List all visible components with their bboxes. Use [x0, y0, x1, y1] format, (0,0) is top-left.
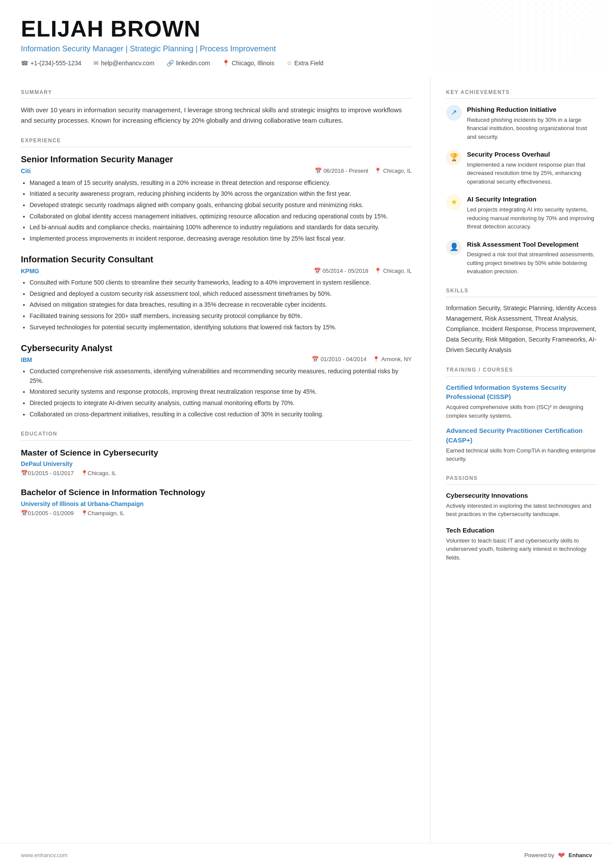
header-section: ELIJAH BROWN Information Security Manage… [0, 0, 613, 77]
contact-item: ☆Extra Field [287, 59, 323, 67]
passion-title: Cybersecurity Innovations [446, 491, 597, 500]
job-bullet: Monitored security systems and response … [30, 387, 412, 397]
job-bullets: Consulted with Fortune 500 clients to st… [21, 278, 412, 332]
job-company: KPMG [21, 267, 39, 275]
education-item: Master of Science in Cybersecurity DePau… [21, 447, 412, 478]
training-container: Certified Information Systems Security P… [446, 383, 597, 463]
contact-icon: 📍 [222, 59, 230, 67]
achievement-content: Risk Assessment Tool Development Designe… [467, 240, 597, 276]
job-dates: 📅06/2018 - Present [315, 167, 368, 175]
edu-location: 📍Champaign, IL [81, 509, 125, 518]
skills-text: Information Security, Strategic Planning… [446, 303, 597, 355]
passions-label: PASSIONS [446, 475, 597, 485]
contact-item: ☎+1-(234)-555-1234 [21, 59, 81, 67]
job-dates-loc: 📅05/2014 - 05/2018 📍Chicago, IL [314, 267, 412, 275]
education-section: EDUCATION Master of Science in Cybersecu… [21, 430, 412, 518]
job-bullet: Consulted with Fortune 500 clients to st… [30, 278, 412, 288]
job-bullet: Initiated a security awareness program, … [30, 189, 412, 199]
achievement-desc: Led projects integrating AI into securit… [467, 205, 597, 231]
job-company: Citi [21, 167, 31, 175]
skills-label: SKILLS [446, 287, 597, 297]
job-item: Cybersecurity Analyst IBM 📅01/2010 - 04/… [21, 342, 412, 419]
education-item: Bachelor of Science in Information Techn… [21, 486, 412, 518]
achievements-container: ↗ Phishing Reduction Initiative Reduced … [446, 105, 597, 276]
job-dates: 📅01/2010 - 04/2014 [312, 355, 366, 364]
achievements-section: KEY ACHIEVEMENTS ↗ Phishing Reduction In… [446, 89, 597, 276]
achievements-label: KEY ACHIEVEMENTS [446, 89, 597, 99]
achievement-icon: ↗ [446, 105, 462, 121]
jobs-container: Senior Information Security Manager Citi… [21, 153, 412, 419]
achievement-item: 🏆 Security Process Overhaul Implemented … [446, 150, 597, 186]
achievement-desc: Implemented a new incident response plan… [467, 161, 597, 186]
passions-container: Cybersecurity Innovations Actively inter… [446, 491, 597, 562]
candidate-name: ELIJAH BROWN [21, 17, 592, 41]
training-label: TRAINING / COURSES [446, 366, 597, 376]
education-label: EDUCATION [21, 430, 412, 440]
contact-item: ✉help@enhancv.com [93, 59, 154, 67]
job-bullets: Managed a team of 15 security analysts, … [21, 178, 412, 244]
achievement-item: 👤 Risk Assessment Tool Development Desig… [446, 240, 597, 276]
achievement-item: ↗ Phishing Reduction Initiative Reduced … [446, 105, 597, 141]
passions-section: PASSIONS Cybersecurity Innovations Activ… [446, 475, 597, 562]
right-column: KEY ACHIEVEMENTS ↗ Phishing Reduction In… [430, 77, 613, 843]
achievement-item: ★ AI Security Integration Led projects i… [446, 194, 597, 231]
job-location: 📍Armonk, NY [373, 355, 412, 364]
achievement-title: Security Process Overhaul [467, 150, 597, 159]
edu-meta: 📅01/2015 - 01/2017 📍Chicago, IL [21, 469, 412, 478]
training-title: Certified Information Systems Security P… [446, 383, 597, 402]
job-bullet: Designed and deployed a custom security … [30, 289, 412, 299]
job-bullet: Conducted comprehensive risk assessments… [30, 367, 412, 385]
passion-item: Cybersecurity Innovations Actively inter… [446, 491, 597, 519]
job-item: Information Security Consultant KPMG 📅05… [21, 253, 412, 332]
job-bullet: Facilitated training sessions for 200+ s… [30, 312, 412, 321]
training-title: Advanced Security Practitioner Certifica… [446, 426, 597, 445]
job-item: Senior Information Security Manager Citi… [21, 153, 412, 243]
footer-website: www.enhancv.com [21, 851, 67, 860]
footer-brand: Powered by ❤ Enhancv [524, 849, 592, 862]
skills-section: SKILLS Information Security, Strategic P… [446, 287, 597, 355]
job-bullet: Advised on mitigation strategies for dat… [30, 300, 412, 310]
passion-desc: Volunteer to teach basic IT and cybersec… [446, 536, 597, 562]
achievement-content: Security Process Overhaul Implemented a … [467, 150, 597, 186]
job-title: Senior Information Security Manager [21, 153, 412, 166]
passion-title: Tech Education [446, 526, 597, 535]
edu-school: DePaul University [21, 459, 412, 468]
education-container: Master of Science in Cybersecurity DePau… [21, 447, 412, 518]
job-bullet: Implemented process improvements in inci… [30, 234, 412, 244]
contact-icon: 🔗 [167, 59, 174, 67]
job-bullet: Collaborated on global identity access m… [30, 212, 412, 221]
job-meta: Citi 📅06/2018 - Present 📍Chicago, IL [21, 167, 412, 175]
edu-dates: 📅01/2015 - 01/2017 [21, 469, 74, 478]
achievement-content: AI Security Integration Led projects int… [467, 194, 597, 231]
summary-section: SUMMARY With over 10 years in informatio… [21, 89, 412, 126]
job-bullet: Led bi-annual audits and compliance chec… [30, 223, 412, 232]
job-location: 📍Chicago, IL [374, 167, 412, 175]
experience-label: EXPERIENCE [21, 137, 412, 147]
training-desc: Acquired comprehensive skills from (ISC)… [446, 403, 597, 420]
achievement-desc: Designed a risk tool that streamlined as… [467, 250, 597, 276]
achievement-icon: 🏆 [446, 150, 462, 165]
achievement-content: Phishing Reduction Initiative Reduced ph… [467, 105, 597, 141]
footer: www.enhancv.com Powered by ❤ Enhancv [0, 843, 613, 868]
job-dates-loc: 📅01/2010 - 04/2014 📍Armonk, NY [312, 355, 412, 364]
brand-name: Enhancv [569, 851, 592, 860]
contact-icon: ☆ [287, 59, 292, 67]
job-title: Information Security Consultant [21, 253, 412, 266]
contact-item: 📍Chicago, Illinois [222, 59, 274, 67]
job-dates: 📅05/2014 - 05/2018 [314, 267, 369, 275]
contact-item: 🔗linkedin.com [167, 59, 210, 67]
candidate-tagline: Information Security Manager | Strategic… [21, 43, 592, 54]
job-bullet: Directed projects to integrate AI-driven… [30, 399, 412, 408]
job-title: Cybersecurity Analyst [21, 342, 412, 355]
edu-degree: Master of Science in Cybersecurity [21, 447, 412, 459]
achievement-title: AI Security Integration [467, 194, 597, 204]
training-desc: Earned technical skills from CompTIA in … [446, 446, 597, 463]
achievement-title: Risk Assessment Tool Development [467, 240, 597, 249]
edu-degree: Bachelor of Science in Information Techn… [21, 486, 412, 499]
achievement-desc: Reduced phishing incidents by 30% in a l… [467, 116, 597, 141]
summary-label: SUMMARY [21, 89, 412, 99]
contact-text: Chicago, Illinois [232, 59, 274, 67]
edu-dates: 📅01/2005 - 01/2009 [21, 509, 74, 518]
passion-desc: Actively interested in exploring the lat… [446, 502, 597, 519]
job-meta: IBM 📅01/2010 - 04/2014 📍Armonk, NY [21, 355, 412, 364]
